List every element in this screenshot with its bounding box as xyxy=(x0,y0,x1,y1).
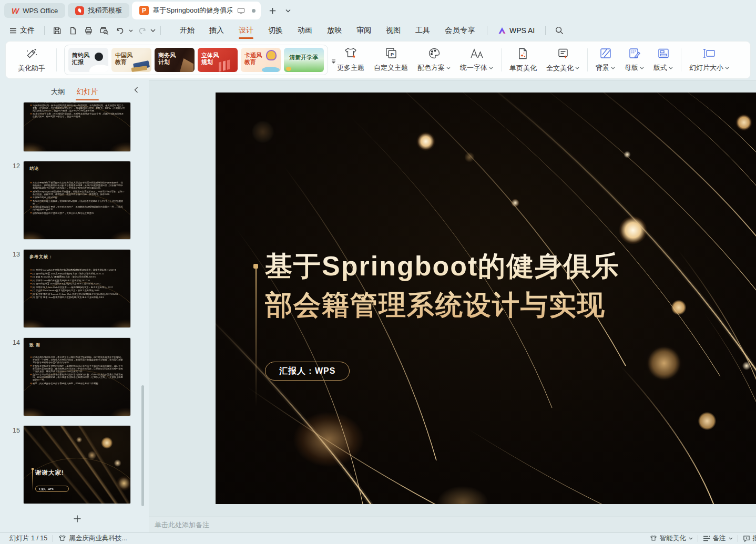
theme-card-back-to-school[interactable]: 清新开学季 xyxy=(284,48,324,72)
color-scheme-label: 配色方案 xyxy=(417,63,451,73)
undo-button[interactable] xyxy=(113,24,127,37)
theme-card-3d-planning[interactable]: 立体风规划 xyxy=(198,48,238,72)
menu-tab-transitions[interactable]: 切换 xyxy=(261,22,290,39)
tshirt-icon xyxy=(344,47,357,59)
thumbnail-deco-line xyxy=(32,470,33,491)
slide-thumbnail-11-partial[interactable]: 卡顿、死机、丢失等任何异常情况发生要求.2) 网络响应时间：网络响应时间主要包括… xyxy=(24,102,130,151)
menu-tab-animation[interactable]: 动画 xyxy=(290,22,320,39)
menu-tab-member[interactable]: 会员专享 xyxy=(437,22,483,39)
beautify-page-button[interactable]: 单页美化 xyxy=(505,44,542,76)
slide-number: 13 xyxy=(6,251,20,258)
theme-card-art xyxy=(266,50,277,60)
theme-card-simple-report[interactable]: 简约风汇报 xyxy=(68,48,108,72)
export-pdf-button[interactable] xyxy=(66,24,79,37)
menu-tab-view[interactable]: 视图 xyxy=(379,22,408,39)
quick-toolbar-dropdown[interactable] xyxy=(150,24,156,37)
new-tab-button[interactable] xyxy=(265,4,279,17)
tab-wps-office[interactable]: W WPS Office xyxy=(4,3,65,18)
menu-tab-review[interactable]: 审阅 xyxy=(349,22,379,39)
magic-wand-icon xyxy=(25,47,38,60)
unify-font-button[interactable]: 统一字体 xyxy=(455,44,498,76)
divider xyxy=(160,26,161,35)
background-button[interactable]: 背景 xyxy=(591,44,620,76)
menu-tab-insert[interactable]: 插入 xyxy=(202,22,231,39)
file-menu-label: 文件 xyxy=(20,26,35,35)
save-button[interactable] xyxy=(50,24,64,37)
beautify-assistant-label: 美化助手 xyxy=(18,64,45,73)
layout-button[interactable]: 版式 xyxy=(649,44,678,76)
undo-dropdown[interactable] xyxy=(128,24,134,37)
theme-name-button[interactable]: 黑金庆商业典科技... xyxy=(58,534,127,543)
presenter-label: 汇报人：WPS xyxy=(279,366,335,377)
notes-bar[interactable]: 单击此处添加备注 xyxy=(149,517,756,532)
theme-card-label: 商务风 xyxy=(158,52,176,58)
menu-tab-design[interactable]: 设计 xyxy=(231,22,261,39)
theme-card-chinese-education[interactable]: 中国风教育 xyxy=(111,48,151,72)
theme-card-art xyxy=(219,58,234,71)
comment-button[interactable]: 批 xyxy=(743,534,756,543)
tab-docer-templates[interactable]: 找稻壳模板 xyxy=(68,3,129,18)
divider xyxy=(738,535,738,542)
slide-indicator: 幻灯片 1 / 15 xyxy=(9,534,47,543)
comment-icon xyxy=(743,535,750,542)
beautify-assistant-button[interactable]: 美化助手 xyxy=(13,44,50,76)
slide-thumbnail-15[interactable]: 谢谢大家! 汇报人：WPS xyxy=(24,426,130,504)
theme-card-label: 立体风 xyxy=(201,52,219,58)
print-button[interactable] xyxy=(81,24,95,37)
thumbnail-title: 致 谢 xyxy=(29,342,40,348)
slide-canvas[interactable]: 基于Springboot的健身俱乐 部会籍管理系统设计与实现 汇报人：WPS xyxy=(216,93,756,504)
panel-tabs: 大纲 幻灯片 xyxy=(0,84,149,100)
search-button[interactable] xyxy=(550,26,569,35)
slide-size-icon xyxy=(702,47,716,59)
tab-outline[interactable]: 大纲 xyxy=(50,85,66,99)
theme-card-business-plan[interactable]: 商务风计划 xyxy=(155,48,195,72)
beautify-all-button[interactable]: 全文美化 xyxy=(542,44,584,76)
slide-title[interactable]: 基于Springboot的健身俱乐 部会籍管理系统设计与实现 xyxy=(265,247,620,324)
custom-theme-button[interactable]: P 自定义主题 xyxy=(369,44,413,76)
add-slide-button[interactable] xyxy=(69,512,86,526)
slide-thumbnail-14[interactable]: 致 谢 经过几周的编码和开发，本次毕业设计顺利完成了预定目标。由于时间及自身水平… xyxy=(24,338,130,416)
thumbnail-artwork xyxy=(24,426,130,504)
screen-share-icon[interactable] xyxy=(237,7,245,14)
theme-card-label: 卡通风 xyxy=(244,52,262,58)
tab-slides[interactable]: 幻灯片 xyxy=(76,85,99,99)
window-tab-bar: W WPS Office 找稻壳模板 P 基于Springboot的健身俱乐部 xyxy=(0,0,756,21)
menu-tab-tools[interactable]: 工具 xyxy=(408,22,437,39)
smart-beautify-button[interactable]: 智能美化 xyxy=(650,534,693,543)
master-label: 母版 xyxy=(625,63,644,73)
file-menu-button[interactable]: 文件 xyxy=(0,26,40,35)
menu-tab-slideshow[interactable]: 放映 xyxy=(320,22,349,39)
thumbnail-text: 本文主要围绕时下较流行的大众健身活动人群以及手机应用相关系统进行产品调查研究、分… xyxy=(30,181,125,215)
tab-list-dropdown-button[interactable] xyxy=(281,4,295,17)
wps-ai-button[interactable]: WPS AI xyxy=(492,26,541,35)
presenter-badge[interactable]: 汇报人：WPS xyxy=(265,362,350,381)
more-themes-label: 更多主题 xyxy=(337,63,364,73)
tab-document-active[interactable]: P 基于Springboot的健身俱乐部 xyxy=(132,2,261,19)
thumbnail-title: 参考文献： xyxy=(29,254,53,260)
slide-title-line1: 基于Springboot的健身俱乐 xyxy=(265,247,620,285)
divider xyxy=(681,48,681,71)
slide-size-button[interactable]: 幻灯片大小 xyxy=(685,44,734,76)
slide-thumbnail-13[interactable]: 参考文献： [1] 李兴华 JavaWeb开发技术经典基础教程(第1版)[M].… xyxy=(24,250,130,327)
collapse-panel-button[interactable] xyxy=(134,87,138,93)
master-button[interactable]: 母版 xyxy=(620,44,649,76)
thumbnail-scrollbar[interactable] xyxy=(141,385,144,506)
smart-beautify-label: 智能美化 xyxy=(660,534,686,543)
color-scheme-button[interactable]: 配色方案 xyxy=(413,44,455,76)
notes-lines-icon xyxy=(703,536,710,541)
docer-logo-icon xyxy=(75,6,84,15)
search-icon xyxy=(555,26,564,35)
layout-label: 版式 xyxy=(653,63,673,73)
more-themes-button[interactable]: 更多主题 xyxy=(332,44,369,76)
redo-button[interactable] xyxy=(135,24,149,37)
print-preview-button[interactable] xyxy=(97,24,111,37)
menu-tab-home[interactable]: 开始 xyxy=(172,22,202,39)
notes-toggle-button[interactable]: 备注 xyxy=(703,534,733,543)
layout-icon xyxy=(657,47,670,59)
theme-card-label: 清新开学季 xyxy=(284,54,324,61)
slide-thumbnail-12[interactable]: 结论 本文主要围绕时下较流行的大众健身活动人群以及手机应用相关系统进行产品调查研… xyxy=(24,161,130,239)
theme-gallery-expand-button[interactable] xyxy=(329,57,338,65)
theme-card-cartoon-education[interactable]: 卡通风教育 xyxy=(241,48,281,72)
custom-theme-label: 自定义主题 xyxy=(374,63,408,73)
slide-title-line2: 部会籍管理系统设计与实现 xyxy=(265,285,620,324)
